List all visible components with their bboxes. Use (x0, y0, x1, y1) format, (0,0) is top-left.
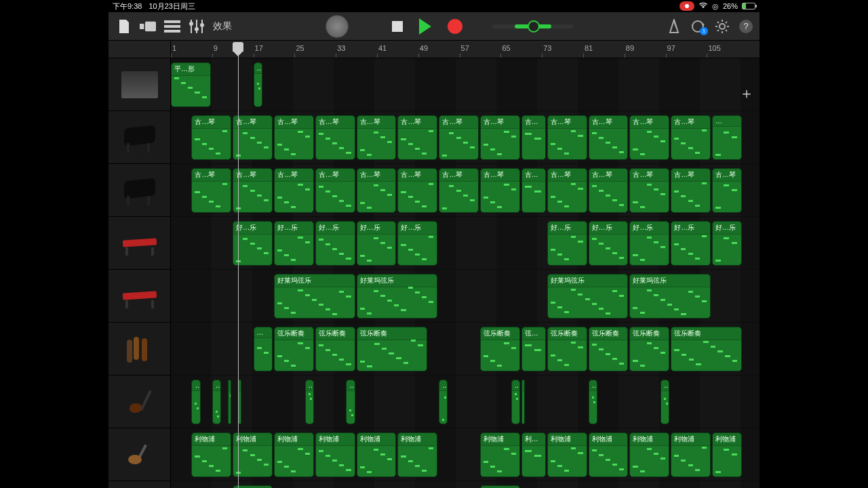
region[interactable]: 弦乐断奏 (629, 327, 669, 371)
region[interactable]: 利物浦 (521, 432, 546, 477)
loop-browser-button[interactable]: 1 (690, 19, 705, 34)
region[interactable]: 好…乐 (589, 221, 629, 266)
add-track-button[interactable]: ＋ (739, 83, 754, 104)
region[interactable]: 古…琴 (480, 168, 520, 213)
track-row[interactable]: …………………………… (171, 375, 760, 428)
region[interactable]: 古…琴 (233, 168, 273, 213)
track-header[interactable] (108, 481, 170, 488)
region[interactable]: 弦乐断奏 (274, 327, 314, 371)
record-button[interactable] (448, 19, 462, 34)
region[interactable]: 弦乐断奏 (671, 327, 741, 371)
region[interactable]: 利物浦 (480, 432, 520, 477)
region[interactable]: 古…琴 (629, 168, 669, 213)
region[interactable]: 利物浦 (357, 432, 397, 477)
region[interactable]: 古…琴 (191, 168, 231, 213)
track-row[interactable]: 古…琴古…琴古…琴古…琴古…琴古…琴古…琴古…琴古…琴古…琴古…琴古…琴古…琴… (171, 111, 760, 164)
region[interactable]: 利物浦 (274, 432, 314, 477)
region[interactable]: 古…琴 (671, 168, 711, 213)
mixer-button[interactable] (189, 18, 205, 35)
region[interactable]: 古…琴 (547, 115, 587, 160)
track-row[interactable]: 好…乐好…乐好…乐好…乐好…乐好…乐好…乐好…乐好…乐好…乐 (171, 217, 760, 270)
region[interactable]: … (346, 380, 355, 424)
region[interactable]: 古…琴 (397, 168, 437, 213)
region[interactable]: 古…琴 (274, 168, 314, 213)
track-header[interactable] (108, 111, 170, 164)
track-row[interactable]: 经典烙音经典烙音 (171, 481, 760, 488)
region[interactable]: 好莱坞弦乐 (629, 274, 711, 319)
region[interactable]: 弦乐断奏 (547, 327, 587, 371)
region[interactable]: 古…琴 (439, 115, 479, 160)
region[interactable]: 古…琴 (712, 168, 742, 213)
region[interactable]: 利物浦 (547, 432, 587, 477)
region[interactable]: 弦乐断奏 (521, 327, 546, 371)
track-row[interactable]: 古…琴古…琴古…琴古…琴古…琴古…琴古…琴古…琴古…琴古…琴古…琴古…琴古…琴古… (171, 164, 760, 217)
track-header[interactable] (108, 323, 170, 375)
region[interactable]: … (712, 115, 742, 160)
region[interactable]: 弦乐断奏 (315, 327, 355, 371)
track-header[interactable] (108, 58, 170, 111)
region[interactable]: 利物浦 (233, 432, 273, 477)
instrument-button[interactable] (326, 15, 349, 38)
region[interactable]: 古…琴 (589, 115, 629, 160)
screen-record-indicator[interactable] (679, 1, 694, 11)
region[interactable]: 古…琴 (480, 115, 520, 160)
track-header[interactable] (108, 164, 170, 217)
region[interactable]: 经典烙音 (480, 485, 520, 488)
region[interactable]: 古…琴 (191, 115, 231, 160)
region[interactable]: … (191, 380, 200, 424)
track-header[interactable] (108, 217, 170, 270)
region[interactable]: 利物浦 (629, 432, 669, 477)
region[interactable]: … (660, 380, 669, 424)
help-button[interactable]: ? (739, 20, 753, 33)
region[interactable]: 利物浦 (589, 432, 629, 477)
playhead[interactable] (238, 42, 239, 488)
region[interactable]: … (254, 62, 262, 107)
region[interactable]: 弦乐断奏 (589, 327, 629, 371)
region[interactable]: 古…琴 (315, 115, 355, 160)
region[interactable]: 好…乐 (357, 221, 397, 266)
region[interactable]: 好…乐 (315, 221, 355, 266)
region[interactable]: 古…琴 (233, 115, 273, 160)
region[interactable]: 古…琴 (671, 115, 711, 160)
region[interactable]: 古…琴 (274, 115, 314, 160)
region[interactable]: 好…乐 (233, 221, 273, 266)
region[interactable]: … (511, 380, 520, 424)
browser-button[interactable] (140, 18, 156, 35)
track-row[interactable]: 平…形… (171, 58, 760, 111)
region[interactable]: 好…乐 (712, 221, 742, 266)
region[interactable]: 好…乐 (671, 221, 711, 266)
region[interactable]: 好莱坞弦乐 (357, 274, 438, 319)
ruler[interactable]: 191725334149576573818997105 (171, 41, 760, 58)
metronome-button[interactable] (667, 19, 681, 34)
region[interactable]: 古…琴 (547, 168, 587, 213)
region[interactable]: 好…乐 (397, 221, 437, 266)
region[interactable]: … (228, 380, 232, 424)
track-row[interactable]: …弦乐断奏弦乐断奏弦乐断奏弦乐断奏弦乐断奏弦乐断奏弦乐断奏弦乐断奏弦乐断奏 (171, 323, 760, 375)
region[interactable]: 平…形 (171, 62, 211, 107)
region[interactable]: 好…乐 (547, 221, 587, 266)
region[interactable]: … (439, 380, 448, 424)
master-volume-slider[interactable] (492, 24, 574, 28)
region[interactable]: 古…琴 (397, 115, 437, 160)
region[interactable]: 古…琴 (521, 115, 546, 160)
region[interactable]: 利物浦 (712, 432, 742, 477)
region[interactable]: 古…琴 (629, 115, 669, 160)
tracks-view-button[interactable] (164, 18, 180, 35)
region[interactable]: 好莱坞弦乐 (274, 274, 355, 319)
region[interactable]: 古…琴 (521, 168, 546, 213)
region[interactable]: 利物浦 (671, 432, 711, 477)
region[interactable]: … (212, 380, 221, 424)
region[interactable]: 古…琴 (357, 115, 397, 160)
region[interactable]: … (254, 327, 273, 371)
region[interactable]: 古…琴 (589, 168, 629, 213)
play-button[interactable] (419, 18, 431, 35)
region[interactable]: 利物浦 (315, 432, 355, 477)
stop-button[interactable] (392, 21, 403, 32)
region[interactable]: … (521, 380, 526, 424)
region[interactable]: 经典烙音 (233, 485, 273, 488)
region[interactable]: 古…琴 (357, 168, 397, 213)
region[interactable]: 好…乐 (629, 221, 669, 266)
region[interactable]: 弦乐断奏 (357, 327, 427, 371)
track-header[interactable] (108, 428, 170, 481)
region[interactable]: … (589, 380, 597, 424)
